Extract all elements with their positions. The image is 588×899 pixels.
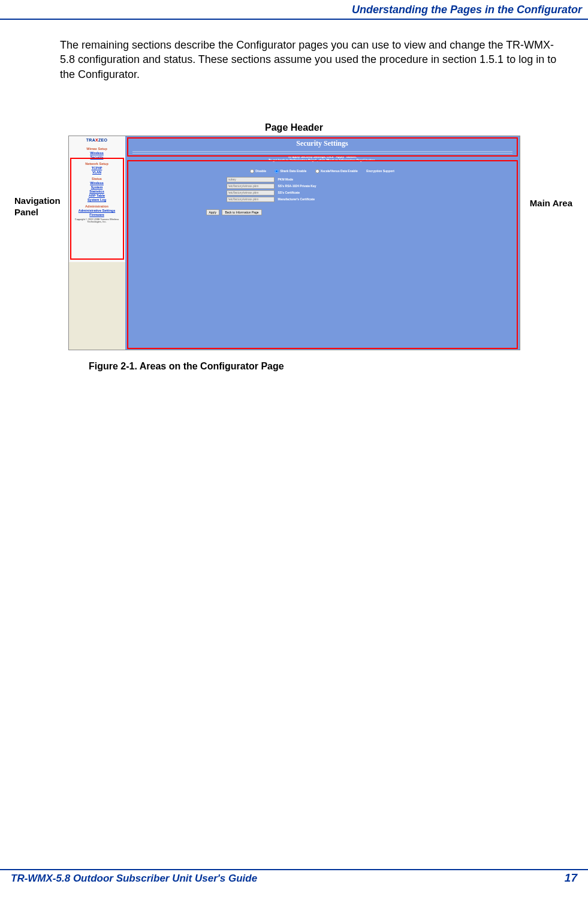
page-number: 17: [565, 871, 577, 885]
footer-divider: [0, 869, 588, 870]
nav-status: Status: [69, 177, 125, 181]
body-paragraph: The remaining sections describe the Conf…: [0, 20, 588, 82]
copyright: Copyright © 2007-2008 Tranzeo Wireless T…: [69, 218, 125, 224]
nav-panel-annotation: NavigationPanel: [14, 196, 61, 218]
mfgcert-label: Manufacturer's Certificate: [278, 197, 315, 201]
nav-wimax-setup: Wimax Setup: [69, 147, 125, 151]
mfgcert-input[interactable]: [227, 197, 275, 202]
radio-disable[interactable]: [250, 169, 254, 173]
rsa-input[interactable]: [227, 184, 275, 189]
nav-wireless[interactable]: Wireless: [69, 151, 125, 155]
nav-syslog[interactable]: System Log: [69, 198, 125, 202]
sscert-input[interactable]: [227, 190, 275, 196]
nav-statistics[interactable]: Statistics: [69, 190, 125, 193]
main-panel: Security Settings To apply Security Sett…: [125, 136, 520, 350]
nav-admin-settings[interactable]: Administrative Settings: [69, 209, 125, 212]
figure-block: Page Header NavigationPanel Main Area TR…: [0, 136, 588, 372]
nav-firmware[interactable]: Firmware: [69, 213, 125, 217]
radio-shark[interactable]: [275, 169, 279, 173]
divider: [132, 153, 512, 154]
footer-title: TR-WMX-5.8 Outdoor Subscriber Unit User'…: [0, 873, 257, 885]
nav-administration: Administration: [69, 205, 125, 208]
nav-panel: TRAXZEO Wimax Setup Wireless Security Ne…: [69, 136, 125, 262]
sscert-label: SS's Certificate: [278, 191, 300, 194]
main-area-annotation: Main Area: [530, 198, 572, 208]
nav-tcpip[interactable]: TCP/IP: [69, 166, 125, 170]
nav-vlan[interactable]: VLAN: [69, 170, 125, 174]
nav-system[interactable]: System: [69, 185, 125, 189]
radio-options: Disable Shark Data Enable Xscale/Venus D…: [125, 164, 520, 175]
encryption-label: Encryption Support: [366, 169, 394, 173]
radio-xscale[interactable]: [315, 169, 319, 173]
nav-arp[interactable]: ARP Table: [69, 194, 125, 197]
section-header: Understanding the Pages in the Configura…: [0, 0, 588, 19]
page-header-annotation: Page Header: [0, 122, 588, 133]
configurator-screenshot: TRAXZEO Wimax Setup Wireless Security Ne…: [68, 136, 520, 350]
pkm-label: PKM Mode: [278, 178, 294, 181]
nav-network-setup: Network Setup: [69, 162, 125, 166]
nav-wireless2[interactable]: Wireless: [69, 181, 125, 185]
back-button[interactable]: Back to Information Page: [222, 209, 261, 215]
page-footer: TR-WMX-5.8 Outdoor Subscriber Unit User'…: [0, 869, 588, 885]
pkm-input[interactable]: [227, 177, 275, 182]
form-area: PKM Mode SS's RSA-1024 Private Key SS's …: [227, 176, 418, 203]
instruction-2: To get back to "Information Page", click…: [125, 158, 520, 162]
nav-security[interactable]: Security: [69, 155, 125, 159]
rsa-label: SS's RSA-1024 Private Key: [278, 184, 316, 188]
apply-button[interactable]: Apply: [206, 209, 220, 215]
figure-caption: Figure 2-1. Areas on the Configurator Pa…: [89, 361, 588, 372]
page-title: Security Settings: [125, 136, 520, 150]
divider: [132, 151, 512, 152]
logo: TRAXZEO: [69, 136, 125, 144]
